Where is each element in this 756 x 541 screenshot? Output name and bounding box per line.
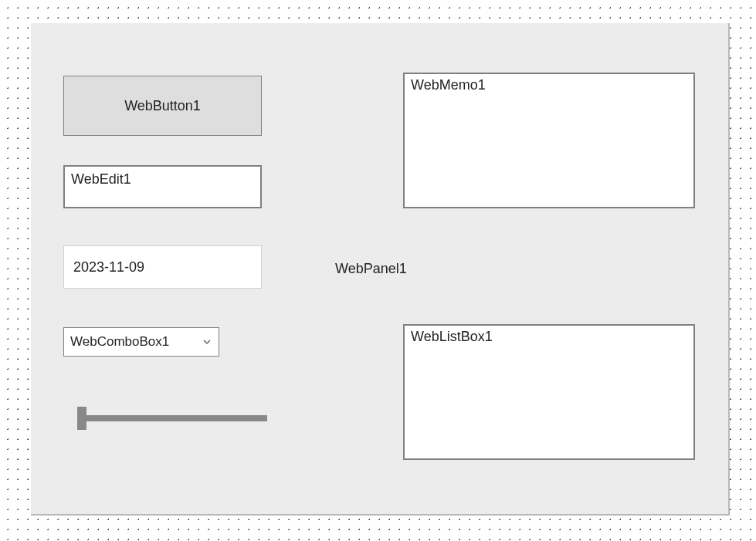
trackbar-thumb[interactable] bbox=[77, 407, 86, 430]
web-memo-value: WebMemo1 bbox=[411, 77, 486, 93]
web-combo-box[interactable]: WebComboBox1 bbox=[63, 327, 219, 357]
web-trackbar[interactable] bbox=[62, 404, 274, 433]
web-listbox-value: WebListBox1 bbox=[411, 329, 493, 344]
web-date-picker[interactable]: 2023-11-09 bbox=[63, 245, 262, 289]
web-button-label: WebButton1 bbox=[124, 98, 201, 114]
web-date-value: 2023-11-09 bbox=[73, 259, 144, 276]
web-listbox[interactable]: WebListBox1 bbox=[403, 324, 695, 460]
trackbar-track bbox=[82, 415, 267, 421]
web-combo-value: WebComboBox1 bbox=[70, 334, 169, 350]
web-panel: WebButton1 WebEdit1 2023-11-09 WebComboB… bbox=[31, 23, 730, 516]
web-edit-value: WebEdit1 bbox=[71, 171, 131, 188]
chevron-down-icon bbox=[202, 336, 212, 347]
web-button[interactable]: WebButton1 bbox=[63, 76, 262, 136]
web-memo[interactable]: WebMemo1 bbox=[403, 73, 695, 208]
web-panel-label: WebPanel1 bbox=[335, 261, 407, 277]
web-edit-input[interactable]: WebEdit1 bbox=[63, 165, 262, 208]
